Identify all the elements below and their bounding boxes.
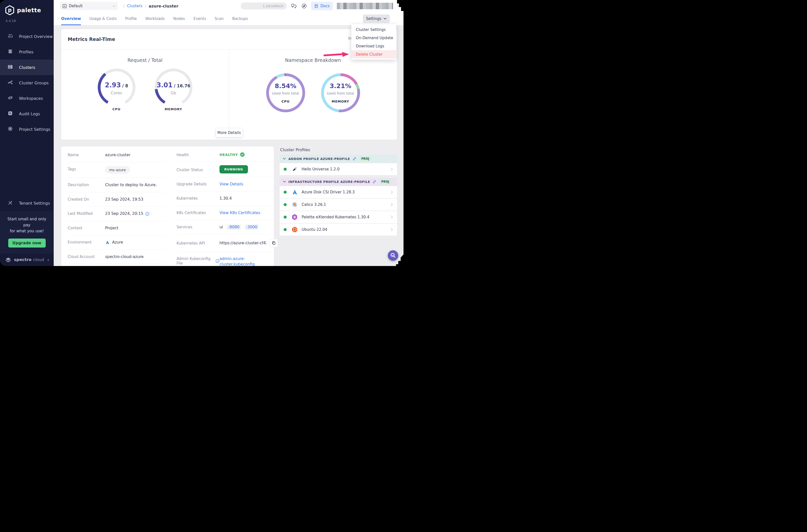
profile-row-calico[interactable]: Calico 3.26.1 bbox=[280, 198, 397, 211]
topbar: Default / Clusters / azure-cluster 1.29/… bbox=[54, 0, 403, 12]
details-left-column: Name azure-cluster Tags ms-azure Descrip… bbox=[68, 148, 165, 266]
sidebar-collapse-icon[interactable]: ‹ bbox=[47, 257, 49, 262]
detail-row-k8s-certificates: K8s Certificates View K8s Certificates bbox=[177, 206, 278, 220]
pxk-logo bbox=[292, 214, 298, 220]
sidebar-bottom: Tenant Settings Start small and only pay… bbox=[0, 196, 54, 266]
upgrade-now-button[interactable]: Upgrade now bbox=[8, 239, 46, 248]
addon-profile-section: ADDON PROFILE AZURE-PROFILE PROJ Hello U… bbox=[280, 155, 397, 175]
tab-usage-costs[interactable]: Usage & Costs bbox=[89, 12, 116, 25]
more-details-button[interactable]: More Details bbox=[216, 129, 242, 137]
infrastructure-profile-header[interactable]: INFRASTRUCTURE PROFILE AZURE-PROFILE PRO… bbox=[280, 178, 397, 186]
chat-icon[interactable] bbox=[291, 3, 297, 9]
tab-backups[interactable]: Backups bbox=[232, 12, 248, 25]
cpu-gauge-label: CPU bbox=[96, 107, 137, 111]
sidebar-item-label: Workspaces bbox=[19, 96, 43, 101]
tab-workloads[interactable]: Workloads bbox=[145, 12, 165, 25]
profile-row-azure-disk[interactable]: Azure Disk CSI Driver 1.28.3 bbox=[280, 186, 397, 198]
account-menu-redacted[interactable] bbox=[337, 3, 393, 9]
gear-icon bbox=[7, 126, 13, 133]
chevron-right-icon bbox=[391, 228, 393, 231]
calico-logo bbox=[292, 202, 298, 208]
tab-scan[interactable]: Scan bbox=[215, 12, 223, 25]
request-total-section: Request / Total 2.93 / 8 Cor bbox=[61, 50, 229, 130]
detail-row-context: Context Project bbox=[68, 221, 165, 235]
memory-donut-percent: 3.21% bbox=[330, 82, 351, 90]
compass-icon[interactable] bbox=[301, 3, 307, 9]
menu-item-download-logs[interactable]: Download Logs bbox=[351, 42, 396, 50]
memory-gauge-label: MEMORY bbox=[153, 107, 194, 111]
info-icon[interactable] bbox=[216, 259, 219, 263]
sidebar-item-clusters[interactable]: Clusters bbox=[0, 60, 54, 75]
chevron-down-icon bbox=[283, 180, 286, 183]
sidebar-item-project-overview[interactable]: Project Overview bbox=[0, 29, 54, 44]
azure-logo bbox=[292, 189, 298, 195]
sidebar-item-label: Profiles bbox=[19, 50, 34, 54]
memory-donut-subtitle: Used from total bbox=[327, 91, 354, 95]
layers-icon bbox=[7, 49, 13, 55]
addon-profile-header[interactable]: ADDON PROFILE AZURE-PROFILE PROJ bbox=[280, 155, 397, 163]
tab-nodes[interactable]: Nodes bbox=[173, 12, 185, 25]
menu-item-delete-cluster[interactable]: Delete Cluster bbox=[351, 50, 396, 58]
detail-row-services: Services ui :8080 :3000 bbox=[177, 220, 278, 234]
api-url: https://azure-cluster-cf42… bbox=[219, 240, 267, 246]
profile-row-label: Calico 3.26.1 bbox=[301, 202, 326, 207]
sidebar: p palette 4.4.19 Project Overview Profil… bbox=[0, 0, 54, 266]
detail-row-admin-kubeconfig: Admin Kubeconfig File admin.azure- clust… bbox=[177, 252, 278, 266]
spectro-cloud-logo bbox=[5, 257, 12, 263]
usage-badge: 1.29/100kCh bbox=[241, 2, 287, 10]
sidebar-item-audit-logs[interactable]: Audit Logs bbox=[0, 106, 54, 121]
search-widget-button[interactable] bbox=[388, 250, 398, 261]
detail-row-description: Description Cluster to deploy to Azure. bbox=[68, 178, 165, 192]
memory-donut-label: MEMORY bbox=[332, 99, 349, 103]
info-icon[interactable] bbox=[145, 212, 149, 216]
detail-row-health: Health HEALTHY bbox=[177, 148, 278, 162]
health-status: HEALTHY bbox=[219, 152, 245, 157]
docs-button[interactable]: Docs bbox=[311, 2, 333, 10]
tab-events[interactable]: Events bbox=[194, 12, 206, 25]
cpu-donut-label: CPU bbox=[281, 99, 290, 103]
sidebar-item-project-settings[interactable]: Project Settings bbox=[0, 121, 54, 137]
chevron-right-icon bbox=[391, 190, 393, 194]
breadcrumb-clusters-link[interactable]: Clusters bbox=[127, 4, 142, 8]
main-area: Default / Clusters / azure-cluster 1.29/… bbox=[54, 0, 403, 266]
view-k8s-certificates-link[interactable]: View K8s Certificates bbox=[219, 210, 260, 215]
svg-text:p: p bbox=[8, 7, 12, 13]
palette-logo-icon: p bbox=[5, 5, 15, 16]
tab-overview[interactable]: Overview bbox=[61, 12, 81, 25]
profile-row-ubuntu[interactable]: Ubuntu 22.04 bbox=[280, 224, 397, 235]
book-icon bbox=[314, 4, 318, 8]
chevron-right-icon bbox=[391, 167, 393, 171]
service-port-link[interactable]: :3000 bbox=[245, 224, 259, 230]
audit-icon bbox=[7, 111, 13, 117]
chevron-right-icon bbox=[391, 203, 393, 206]
sidebar-item-tenant-settings[interactable]: Tenant Settings bbox=[0, 196, 54, 211]
chevron-down-icon bbox=[113, 5, 115, 7]
namespace-breakdown-section: Namespace Breakdown 8.54% Used from tota… bbox=[229, 50, 397, 130]
sidebar-item-workspaces[interactable]: Workspaces bbox=[0, 91, 54, 106]
menu-item-on-demand-update[interactable]: On-Demand Update bbox=[351, 34, 396, 42]
metrics-header: Metrics Real-Time bbox=[61, 29, 397, 49]
menu-item-cluster-settings[interactable]: Cluster Settings bbox=[351, 25, 396, 34]
view-details-link[interactable]: View Details bbox=[219, 182, 243, 187]
kubeconfig-download-link[interactable]: admin.azure- cluster.kubeconfig bbox=[219, 256, 255, 266]
project-selector[interactable]: Default bbox=[60, 2, 118, 10]
service-name: ui bbox=[219, 225, 223, 229]
sidebar-item-profiles[interactable]: Profiles bbox=[0, 44, 54, 60]
content-area: Metrics Real-Time In Request / Total bbox=[54, 25, 403, 266]
profile-row-pxk[interactable]: Palette eXtended Kubernetes 1.30.4 bbox=[280, 211, 397, 223]
tab-profile[interactable]: Profile bbox=[125, 12, 137, 25]
profile-row-hello-universe[interactable]: Hello Universe 1.2.0 bbox=[280, 163, 397, 175]
request-total-title: Request / Total bbox=[61, 57, 229, 63]
detail-row-last-modified: Last Modified 23 Sep 2024, 20:15 bbox=[68, 207, 165, 221]
sidebar-item-cluster-groups[interactable]: Cluster Groups bbox=[0, 75, 54, 91]
detail-row-upgrade-details: Upgrade Details View Details bbox=[177, 177, 278, 191]
cpu-gauge: 2.93 / 8 Cores CPU bbox=[96, 69, 137, 111]
memory-gauge-value: 3.01 / 16.76 Gb bbox=[153, 81, 194, 95]
memory-gauge: 3.01 / 16.76 Gb MEMORY bbox=[153, 69, 194, 111]
topbar-right: 1.29/100kCh Docs bbox=[241, 2, 400, 10]
copy-button[interactable] bbox=[270, 239, 278, 247]
settings-button[interactable]: Settings bbox=[363, 15, 390, 23]
service-port-link[interactable]: :8080 bbox=[227, 224, 241, 230]
status-dot bbox=[283, 215, 287, 218]
app-version: 4.4.19 bbox=[0, 16, 54, 23]
